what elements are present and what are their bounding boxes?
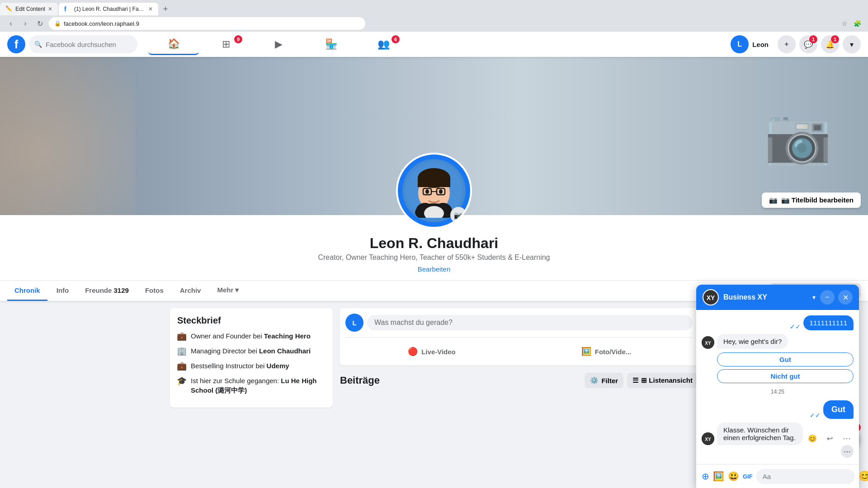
chat-msg-2: XY Hey, wie geht's dir? bbox=[702, 334, 854, 349]
user-avatar: L bbox=[731, 35, 749, 53]
svg-point-7 bbox=[425, 189, 429, 194]
feed-badge: 9 bbox=[234, 35, 242, 43]
browser-actions: ☆ 🧩 bbox=[839, 18, 863, 29]
camera-icon: 📷 bbox=[769, 196, 778, 204]
notifications-badge: 1 bbox=[831, 35, 839, 43]
fb-logo[interactable]: f bbox=[7, 35, 25, 53]
star-icon[interactable]: ☆ bbox=[839, 18, 850, 29]
chat-chevron-icon: ▾ bbox=[812, 294, 816, 301]
camera-avatar-icon: 📷 bbox=[454, 211, 463, 220]
reply-button[interactable]: ↩ bbox=[823, 432, 836, 445]
photo-icon: 🖼️ bbox=[581, 347, 591, 357]
nav-groups[interactable]: 👥 6 bbox=[358, 33, 409, 55]
emoji-button[interactable]: 😊 bbox=[859, 470, 868, 482]
filter-button[interactable]: ⚙️ Filter bbox=[585, 373, 623, 388]
cover-left-overlay bbox=[0, 57, 127, 215]
nav-marketplace[interactable]: 🏪 bbox=[306, 33, 356, 55]
svg-rect-3 bbox=[418, 178, 450, 187]
reaction-actions: 😊 ↩ ⋯ bbox=[806, 432, 854, 445]
sender-avatar-2-svg: XY bbox=[702, 432, 714, 445]
post-avatar: L bbox=[345, 314, 363, 332]
steckbrief-title: Steckbrief bbox=[177, 315, 326, 326]
address-bar: ‹ › ↻ 🔒 facebook.com/leon.raphael.9 ☆ 🧩 bbox=[0, 15, 868, 32]
change-avatar-button[interactable]: 📷 bbox=[450, 207, 467, 223]
image-button[interactable]: 🖼️ bbox=[713, 468, 724, 484]
url-bar[interactable]: 🔒 facebook.com/leon.raphael.9 bbox=[49, 17, 365, 30]
emoji-react-button[interactable]: 😊 bbox=[806, 432, 819, 445]
add-attachment-button[interactable]: ⊕ bbox=[702, 468, 709, 484]
office-icon: 🏢 bbox=[177, 347, 186, 356]
nav-mehr[interactable]: Mehr ▾ bbox=[210, 281, 246, 301]
chat-minimize-button[interactable]: − bbox=[820, 290, 835, 305]
extension-icon[interactable]: 🧩 bbox=[852, 18, 863, 29]
feed-icon: ⊞ bbox=[222, 38, 230, 50]
reload-button[interactable]: ↻ bbox=[34, 18, 45, 29]
add-button[interactable]: + bbox=[778, 35, 796, 53]
chat-text-6: Klasse. Wünschen dir einen erfolgreichen… bbox=[723, 426, 796, 441]
user-profile-button[interactable]: L Leon bbox=[729, 33, 774, 55]
search-input[interactable] bbox=[46, 41, 132, 48]
forward-button[interactable]: › bbox=[20, 18, 31, 29]
plus-circle-icon: ⊕ bbox=[702, 471, 709, 482]
messenger-button[interactable]: 💬 1 bbox=[799, 35, 817, 53]
post-input[interactable]: Was machst du gerade? bbox=[367, 315, 693, 330]
sticker-button[interactable]: 😃 bbox=[728, 468, 739, 484]
bio-text-3-pre: Bestselling Instructor bei bbox=[191, 362, 267, 370]
live-video-button[interactable]: 🔴 Live-Video bbox=[345, 343, 518, 360]
bio-item-4: 🎓 Ist hier zur Schule gegangen: Lu He Hi… bbox=[177, 376, 326, 395]
tab1-close[interactable]: ✕ bbox=[48, 6, 52, 12]
url-text: facebook.com/leon.raphael.9 bbox=[64, 20, 139, 27]
chat-text-1: 1111111111 bbox=[810, 319, 847, 327]
profile-bio: Creator, Owner Teaching Hero, Teacher of… bbox=[318, 253, 550, 262]
cover-edit-button[interactable]: 📷 📷 Titelbild bearbeiten bbox=[762, 192, 861, 208]
search-box[interactable]: 🔍 bbox=[29, 35, 137, 53]
list-view-button[interactable]: ☰ ⊞ Listenansicht bbox=[627, 373, 698, 388]
chat-input[interactable] bbox=[756, 469, 855, 484]
bio-item-2: 🏢 Managing Director bei Leon Chaudhari bbox=[177, 346, 326, 356]
nav-photos[interactable]: Fotos bbox=[138, 281, 171, 301]
business-avatar-svg: XY bbox=[703, 290, 718, 305]
quick-reply-nicht-gut[interactable]: Nicht gut bbox=[717, 369, 854, 383]
chat-bubble-2: Hey, wie geht's dir? bbox=[717, 334, 788, 349]
nav-archiv[interactable]: Archiv bbox=[173, 281, 208, 301]
browser-tab-2[interactable]: f (1) Leon R. Chaudhari | Faceb... ✕ bbox=[59, 3, 158, 15]
more-options-button[interactable]: ⋯ bbox=[840, 432, 854, 445]
notifications-button[interactable]: 🔔 1 bbox=[821, 35, 839, 53]
quick-reply-gut[interactable]: Gut bbox=[717, 352, 854, 366]
bio-text-2-bold: Leon Chaudhari bbox=[259, 347, 311, 355]
more-right-button[interactable]: ⋯ bbox=[841, 445, 854, 458]
chat-close-button[interactable]: ✕ bbox=[838, 290, 853, 305]
nav-chronik[interactable]: Chronik bbox=[7, 281, 47, 301]
chat-bubble-6: Klasse. Wünschen dir einen erfolgreichen… bbox=[717, 422, 803, 445]
nav-info[interactable]: Info bbox=[49, 281, 76, 301]
photo-video-button[interactable]: 🖼️ Foto/Vide... bbox=[520, 343, 693, 360]
nav-watch[interactable]: ▶ bbox=[253, 33, 304, 55]
tab2-close[interactable]: ✕ bbox=[148, 6, 153, 12]
nav-right: L Leon + 💬 1 🔔 1 ▾ bbox=[729, 33, 861, 55]
search-icon: 🔍 bbox=[34, 41, 42, 48]
message-check-icon: ✓✓ bbox=[790, 323, 801, 330]
chat-header-name: Business XY bbox=[723, 293, 807, 301]
nav-feed[interactable]: ⊞ 9 bbox=[201, 33, 251, 55]
bio-item-1: 💼 Owner and Founder bei Teaching Hero bbox=[177, 331, 326, 341]
messenger-badge: 1 bbox=[809, 35, 817, 43]
new-tab-button[interactable]: + bbox=[159, 3, 172, 15]
nav-friends[interactable]: Freunde 3129 bbox=[78, 281, 136, 301]
posts-header-actions: ⚙️ Filter ☰ ⊞ Listenansicht bbox=[585, 373, 698, 388]
briefcase-icon: 💼 bbox=[177, 332, 186, 341]
profile-body: Steckbrief 💼 Owner and Founder bei Teach… bbox=[163, 301, 705, 422]
facebook-navbar: f 🔍 🏠 ⊞ 9 ▶ 🏪 👥 6 L Leon + � bbox=[0, 32, 868, 57]
browser-tab-1[interactable]: ✏️ Edit Content ✕ bbox=[0, 3, 58, 15]
profile-avatar: 📷 bbox=[396, 153, 472, 229]
profile-left-column: Steckbrief 💼 Owner and Founder bei Teach… bbox=[170, 308, 333, 415]
chat-bubble-5: Gut bbox=[823, 400, 854, 419]
gif-button[interactable]: GIF bbox=[743, 468, 753, 484]
friends-count: 3129 bbox=[114, 286, 129, 294]
back-button[interactable]: ‹ bbox=[5, 18, 16, 29]
account-menu-button[interactable]: ▾ bbox=[843, 35, 861, 53]
svg-text:XY: XY bbox=[705, 437, 711, 442]
chat-text-2: Hey, wie geht's dir? bbox=[723, 338, 782, 345]
edit-bio-link[interactable]: Bearbeiten bbox=[418, 265, 451, 273]
bio-text-3-bold: Udemy bbox=[267, 362, 289, 370]
nav-home[interactable]: 🏠 bbox=[148, 33, 199, 55]
